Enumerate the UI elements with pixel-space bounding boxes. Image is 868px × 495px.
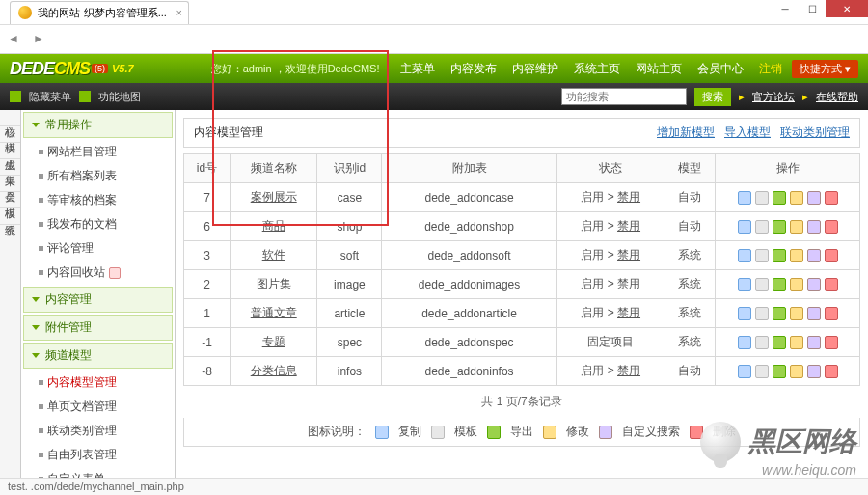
sidebar-item[interactable]: 评论管理 [21, 236, 175, 261]
export-icon[interactable] [773, 220, 786, 234]
sidebar-group-header[interactable]: 内容管理 [23, 287, 173, 313]
nav-sitehome[interactable]: 网站主页 [630, 59, 688, 79]
vtab-template[interactable]: 模板 [0, 192, 20, 208]
copy-icon[interactable] [738, 307, 751, 320]
vtab-collect[interactable]: 采集 [0, 159, 20, 176]
cell-name[interactable]: 商品 [231, 212, 317, 241]
template-icon[interactable] [755, 220, 769, 234]
delete-icon[interactable] [825, 220, 838, 234]
copy-icon[interactable] [738, 191, 751, 205]
nav-publish[interactable]: 内容发布 [445, 59, 502, 79]
vtab-member[interactable]: 会员 [0, 176, 20, 192]
sidebar-item[interactable]: 网站栏目管理 [21, 140, 175, 164]
field-icon[interactable] [807, 365, 821, 378]
nav-syshome[interactable]: 系统主页 [568, 59, 626, 79]
sidebar-group-header[interactable]: 频道模型 [23, 343, 173, 369]
sidebar-item[interactable]: 自定义表单 [21, 467, 175, 478]
action-linkage-mgmt[interactable]: 联动类别管理 [780, 124, 850, 141]
cell-name[interactable]: 普通文章 [231, 299, 317, 328]
cell-name[interactable]: 软件 [231, 241, 317, 270]
edit-icon[interactable] [790, 278, 803, 291]
cell-name[interactable]: 案例展示 [231, 183, 317, 212]
action-add-model[interactable]: 增加新模型 [657, 124, 715, 141]
export-icon[interactable] [773, 365, 786, 378]
sidebar-item[interactable]: 我发布的文档 [21, 212, 175, 236]
export-icon[interactable] [773, 249, 786, 262]
sidebar-item[interactable]: 内容模型管理 [21, 371, 175, 395]
template-icon[interactable] [755, 249, 769, 262]
sitemap-link[interactable]: 功能地图 [98, 90, 141, 104]
field-icon[interactable] [807, 307, 821, 320]
field-icon[interactable] [807, 220, 821, 234]
delete-icon[interactable] [825, 307, 838, 320]
template-icon[interactable] [755, 191, 769, 205]
tab-close-icon[interactable]: × [176, 7, 181, 18]
cell-status[interactable]: 启用 > 禁用 [556, 212, 665, 241]
template-icon[interactable] [755, 336, 769, 349]
cell-status[interactable]: 启用 > 禁用 [556, 357, 665, 386]
window-close-button[interactable]: ✕ [826, 0, 868, 17]
delete-icon[interactable] [825, 365, 838, 378]
help-link[interactable]: 在线帮助 [816, 90, 858, 104]
nav-logout[interactable]: 注销 [753, 59, 788, 79]
cell-status[interactable]: 启用 > 禁用 [556, 299, 665, 328]
browser-tab[interactable]: 我的网站-织梦内容管理系... × [10, 1, 189, 24]
sidebar-item[interactable]: 自由列表管理 [21, 443, 175, 467]
edit-icon[interactable] [790, 365, 803, 378]
vtab-core[interactable]: 核心 [0, 110, 20, 126]
vtab-system[interactable]: 系统 [0, 208, 20, 225]
export-icon[interactable] [773, 191, 786, 205]
field-icon[interactable] [807, 278, 821, 291]
action-import-model[interactable]: 导入模型 [724, 124, 771, 141]
field-icon[interactable] [807, 249, 821, 262]
edit-icon[interactable] [790, 191, 803, 205]
cell-status[interactable]: 固定项目 [556, 328, 665, 357]
nav-maintain[interactable]: 内容维护 [506, 59, 564, 79]
nav-member[interactable]: 会员中心 [692, 59, 749, 79]
copy-icon[interactable] [738, 278, 751, 291]
sidebar-group-header[interactable]: 常用操作 [23, 112, 173, 138]
cell-status[interactable]: 启用 > 禁用 [556, 270, 665, 299]
edit-icon[interactable] [790, 336, 803, 349]
hide-menu-link[interactable]: 隐藏菜单 [29, 90, 71, 104]
delete-icon[interactable] [825, 336, 838, 349]
edit-icon[interactable] [790, 307, 803, 320]
template-icon[interactable] [755, 278, 769, 291]
delete-icon[interactable] [825, 278, 838, 291]
export-icon[interactable] [773, 307, 786, 320]
template-icon[interactable] [755, 307, 769, 320]
nav-main[interactable]: 主菜单 [394, 59, 441, 79]
sidebar-group-header[interactable]: 附件管理 [23, 315, 173, 341]
delete-icon[interactable] [825, 249, 838, 262]
cell-status[interactable]: 启用 > 禁用 [556, 183, 665, 212]
sidebar-item[interactable]: 联动类别管理 [21, 419, 175, 443]
sidebar-item[interactable]: 内容回收站 [21, 261, 175, 285]
copy-icon[interactable] [738, 365, 751, 378]
sidebar-item[interactable]: 所有档案列表 [21, 164, 175, 188]
back-icon[interactable]: ◄ [8, 32, 23, 47]
template-icon[interactable] [755, 365, 769, 378]
copy-icon[interactable] [738, 220, 751, 234]
cell-name[interactable]: 图片集 [231, 270, 317, 299]
vtab-module[interactable]: 模块 [0, 126, 20, 143]
forum-link[interactable]: 官方论坛 [752, 90, 795, 104]
edit-icon[interactable] [790, 249, 803, 262]
export-icon[interactable] [773, 336, 786, 349]
export-icon[interactable] [773, 278, 786, 291]
field-icon[interactable] [807, 336, 821, 349]
delete-icon[interactable] [825, 191, 838, 205]
function-search-input[interactable] [561, 88, 687, 105]
copy-icon[interactable] [738, 336, 751, 349]
field-icon[interactable] [807, 191, 821, 205]
forward-icon[interactable]: ► [33, 32, 48, 47]
cell-status[interactable]: 启用 > 禁用 [556, 241, 665, 270]
vtab-make[interactable]: 生成 [0, 143, 20, 159]
quick-menu[interactable]: 快捷方式 ▾ [792, 60, 858, 78]
sidebar-item[interactable]: 等审核的档案 [21, 188, 175, 212]
cell-name[interactable]: 分类信息 [231, 357, 317, 386]
sidebar-item[interactable]: 单页文档管理 [21, 395, 175, 419]
copy-icon[interactable] [738, 249, 751, 262]
edit-icon[interactable] [790, 220, 803, 234]
search-button[interactable]: 搜索 [694, 88, 731, 106]
cell-name[interactable]: 专题 [231, 328, 317, 357]
